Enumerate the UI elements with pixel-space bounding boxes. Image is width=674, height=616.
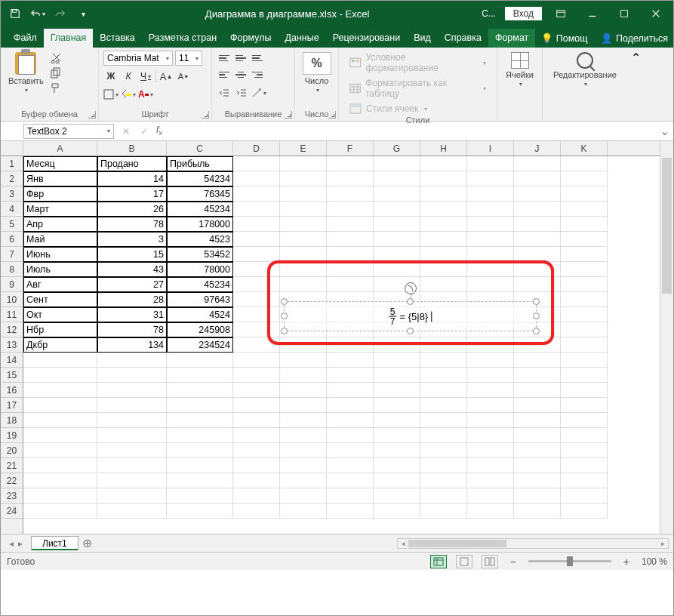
rotation-handle[interactable] [405, 282, 417, 294]
svg-rect-6 [54, 68, 60, 75]
equation-content[interactable]: 57 = {5|8} [389, 307, 432, 326]
align-middle-button[interactable] [233, 51, 248, 66]
cells-button[interactable]: Ячейки▾ [503, 51, 537, 89]
cut-button[interactable] [50, 52, 63, 64]
context-tab-group: С... [482, 8, 496, 19]
select-all-button[interactable] [1, 141, 23, 156]
sheet-tab-1[interactable]: Лист1 [31, 536, 78, 550]
alignment-dialog-launcher[interactable] [285, 111, 292, 119]
align-left-button[interactable] [217, 67, 232, 82]
enter-formula-button[interactable]: ✓ [135, 126, 153, 137]
signin-button[interactable]: Вход [505, 7, 542, 20]
tell-me-button[interactable]: 💡 Помощ [536, 29, 592, 48]
align-center-button[interactable] [233, 67, 248, 82]
expand-formula-bar-button[interactable]: ⌄ [655, 124, 673, 138]
svg-rect-16 [485, 558, 489, 565]
decrease-font-button[interactable]: A▼ [176, 69, 191, 84]
undo-button[interactable]: ▾ [28, 4, 48, 23]
vertical-scrollbar[interactable] [660, 141, 673, 534]
tab-formulas[interactable]: Формулы [223, 29, 278, 48]
font-dialog-launcher[interactable] [202, 111, 209, 119]
group-label-clipboard: Буфер обмена [1, 109, 98, 121]
page-break-view-button[interactable] [482, 555, 498, 568]
tab-insert[interactable]: Вставка [93, 29, 141, 48]
format-painter-button[interactable] [50, 82, 63, 94]
underline-button[interactable]: Ч▾ [138, 69, 153, 84]
align-right-button[interactable] [250, 67, 265, 82]
svg-rect-11 [350, 84, 360, 92]
sheet-nav-buttons[interactable]: ◂▸ [1, 538, 31, 549]
formula-bar-row: TextBox 2▾ ✕ ✓ fx ⌄ [1, 122, 673, 141]
status-bar: Готово − + 100 % [1, 552, 673, 570]
tab-home[interactable]: Главная [44, 29, 94, 48]
font-color-button[interactable]: A▾ [138, 87, 153, 102]
group-label-styles: Стили [339, 116, 497, 127]
tab-review[interactable]: Рецензировани [326, 29, 408, 48]
tab-view[interactable]: Вид [407, 29, 438, 48]
tab-format[interactable]: Формат [488, 29, 535, 48]
tab-page-layout[interactable]: Разметка стран [142, 29, 223, 48]
horizontal-scrollbar[interactable]: ◂▸ [397, 538, 669, 549]
save-button[interactable] [5, 4, 25, 23]
align-top-button[interactable] [217, 51, 232, 66]
new-sheet-button[interactable]: ⊕ [78, 536, 97, 550]
close-button[interactable] [643, 4, 669, 23]
sheet-tab-bar: ◂▸ Лист1 ⊕ ◂▸ [1, 534, 673, 552]
zoom-in-button[interactable]: + [620, 556, 632, 568]
clipboard-dialog-launcher[interactable] [88, 111, 96, 119]
cell-styles-button[interactable]: Стили ячеек▾ [343, 102, 433, 116]
editing-button[interactable]: Редактирование▾ [550, 51, 620, 89]
copy-button[interactable] [50, 67, 63, 79]
tab-data[interactable]: Данные [278, 29, 325, 48]
svg-point-4 [56, 60, 59, 63]
font-size-combo[interactable]: 11▾ [175, 51, 202, 66]
row-headers[interactable]: 123456789101112131415161718192021222324 [1, 156, 23, 534]
font-name-combo[interactable]: Cambria Mat▾ [103, 51, 173, 66]
decrease-indent-button[interactable] [217, 85, 232, 100]
bold-button[interactable]: Ж [103, 69, 118, 84]
cells-icon [511, 52, 529, 69]
italic-button[interactable]: К [121, 69, 136, 84]
align-bottom-button[interactable] [250, 51, 265, 66]
svg-rect-8 [350, 58, 361, 67]
orientation-button[interactable]: ▾ [251, 85, 266, 100]
redo-button[interactable] [51, 4, 70, 23]
paste-button[interactable]: Вставить▾ [5, 51, 47, 95]
textbox-object[interactable]: 57 = {5|8} [284, 301, 537, 331]
number-format-button[interactable]: % Число▾ [300, 51, 334, 95]
normal-view-button[interactable] [430, 555, 447, 568]
tab-help[interactable]: Справка [438, 29, 488, 48]
name-box[interactable]: TextBox 2▾ [23, 124, 114, 139]
zoom-level[interactable]: 100 % [642, 556, 667, 567]
fill-color-button[interactable]: ▾ [121, 87, 136, 102]
minimize-button[interactable] [580, 4, 605, 23]
zoom-out-button[interactable]: − [507, 556, 519, 568]
svg-rect-10 [356, 60, 359, 62]
increase-indent-button[interactable] [234, 85, 249, 100]
group-label-alignment: Выравнивание [212, 109, 294, 121]
borders-button[interactable]: ▾ [103, 87, 118, 102]
page-layout-view-button[interactable] [456, 555, 472, 568]
cell-grid[interactable]: МесяцПроданоПрибыльЯнв1454234Фвр1776345М… [23, 156, 660, 534]
svg-rect-17 [491, 558, 494, 565]
number-dialog-launcher[interactable] [328, 111, 336, 119]
magnifier-icon [577, 52, 593, 69]
ribbon-options-button[interactable] [548, 4, 574, 23]
collapse-ribbon-button[interactable]: ⌃ [627, 48, 644, 121]
fx-icon[interactable]: fx [153, 125, 165, 137]
maximize-button[interactable] [611, 4, 637, 23]
ribbon-tabs: Файл Главная Вставка Разметка стран Форм… [1, 26, 673, 48]
format-as-table-button[interactable]: Форматировать как таблицу▾ [343, 76, 492, 100]
column-headers[interactable]: ABCDEFGHIJK [23, 141, 660, 156]
svg-rect-7 [104, 90, 113, 99]
group-label-font: Шрифт [99, 109, 211, 121]
worksheet-area: ABCDEFGHIJK 1234567891011121314151617181… [1, 141, 673, 534]
conditional-formatting-button[interactable]: Условное форматирование▾ [343, 51, 492, 75]
share-button[interactable]: 👤 Поделиться [596, 29, 673, 48]
tab-file[interactable]: Файл [7, 29, 44, 48]
increase-font-button[interactable]: A▲ [158, 69, 174, 84]
zoom-slider[interactable] [528, 560, 611, 562]
cancel-formula-button[interactable]: ✕ [117, 126, 135, 137]
svg-rect-2 [621, 11, 628, 17]
qat-customize-button[interactable]: ▾ [73, 4, 93, 23]
